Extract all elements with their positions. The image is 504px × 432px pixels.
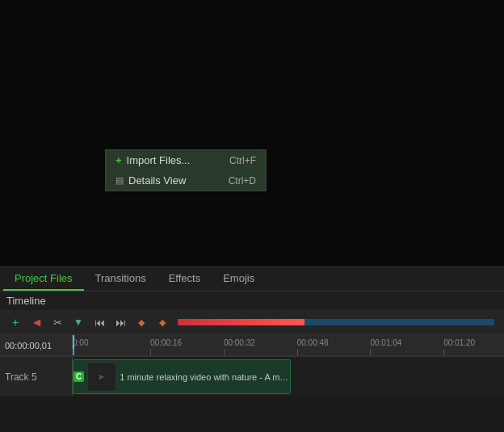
thumbnail-placeholder: ▶ bbox=[99, 373, 104, 380]
bottom-panel: Project Files Transitions Effects Emojis… bbox=[0, 266, 504, 396]
progress-bar-fill bbox=[178, 319, 304, 325]
mark-out-button[interactable]: ◆ bbox=[153, 313, 171, 331]
time-display: 00:00:00,01 bbox=[0, 335, 73, 355]
progress-bar-rest bbox=[304, 319, 494, 325]
context-menu: + Import Files... Ctrl+F ▤ Details View … bbox=[105, 149, 267, 191]
import-files-label: Import Files... bbox=[127, 154, 191, 166]
details-view-label: Details View bbox=[128, 174, 186, 187]
video-preview: + Import Files... Ctrl+F ▤ Details View … bbox=[0, 0, 504, 266]
import-files-menu-item[interactable]: + Import Files... Ctrl+F bbox=[106, 150, 266, 170]
ruler-ticks: 0:00 00:00:16 00:00:32 00:00:48 00:01:04… bbox=[73, 335, 504, 355]
timeline-ruler: 00:00:00,01 0:00 00:00:16 00:00:32 00:00… bbox=[0, 335, 504, 356]
details-icon: ▤ bbox=[116, 175, 124, 186]
down-arrow-button[interactable]: ▼ bbox=[69, 313, 87, 331]
tick-line-0 bbox=[73, 349, 74, 355]
track-row: Track 5 C ▶ 1 minute relaxing video with… bbox=[0, 356, 504, 396]
tab-emojis[interactable]: Emojis bbox=[212, 267, 266, 291]
tick-line-32 bbox=[224, 349, 225, 355]
clip-block[interactable]: C ▶ 1 minute relaxing video with nature … bbox=[73, 359, 291, 394]
tick-line-64 bbox=[370, 349, 371, 355]
extract-button[interactable]: ◀ bbox=[27, 313, 45, 331]
tick-0: 0:00 bbox=[73, 338, 88, 347]
timeline-toolbar: + ◀ ✂ ▼ ⏮ ⏭ ◆ ◆ bbox=[0, 310, 504, 335]
timeline-label: Timeline bbox=[0, 291, 504, 310]
plus-icon: + bbox=[116, 154, 122, 166]
clip-title: 1 minute relaxing video with nature - A … bbox=[120, 372, 290, 382]
tick-line-80 bbox=[443, 349, 444, 355]
mark-in-button[interactable]: ◆ bbox=[132, 313, 150, 331]
tick-16: 00:00:16 bbox=[150, 338, 182, 347]
details-view-menu-item[interactable]: ▤ Details View Ctrl+D bbox=[106, 170, 266, 191]
track-content[interactable]: C ▶ 1 minute relaxing video with nature … bbox=[73, 357, 504, 396]
tab-effects[interactable]: Effects bbox=[158, 267, 212, 291]
tick-line-16 bbox=[150, 349, 151, 355]
tick-line-48 bbox=[297, 349, 298, 355]
timeline-progress-bar[interactable] bbox=[178, 319, 494, 325]
tab-project-files[interactable]: Project Files bbox=[3, 267, 84, 291]
cut-button[interactable]: ✂ bbox=[48, 313, 66, 331]
details-view-shortcut: Ctrl+D bbox=[229, 175, 256, 187]
skip-fwd-button[interactable]: ⏭ bbox=[111, 313, 129, 331]
tick-32: 00:00:32 bbox=[224, 338, 255, 347]
skip-back-button[interactable]: ⏮ bbox=[90, 313, 108, 331]
tick-64: 00:01:04 bbox=[370, 338, 401, 347]
tick-48: 00:00:48 bbox=[297, 338, 329, 347]
tabs-bar: Project Files Transitions Effects Emojis bbox=[0, 267, 504, 291]
import-files-shortcut: Ctrl+F bbox=[229, 155, 256, 166]
tab-transitions[interactable]: Transitions bbox=[84, 267, 158, 291]
track-label: Track 5 bbox=[0, 357, 73, 396]
clip-thumbnail: ▶ bbox=[87, 363, 116, 392]
tick-80: 00:01:20 bbox=[443, 338, 475, 347]
clip-letter-badge: C bbox=[74, 371, 84, 382]
add-button[interactable]: + bbox=[6, 313, 24, 331]
